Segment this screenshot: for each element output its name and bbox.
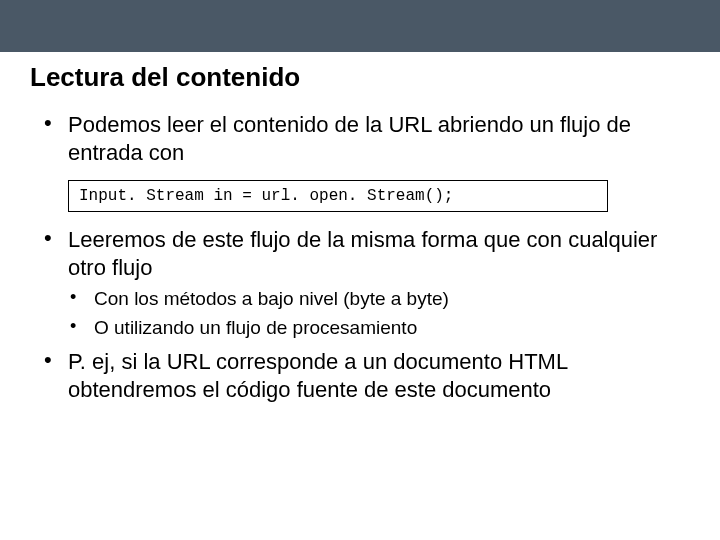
sub-bullet-list: Con los métodos a bajo nivel (byte a byt… [68,287,680,340]
slide-content: Podemos leer el contenido de la URL abri… [0,93,720,403]
bullet-list: Leeremos de este flujo de la misma forma… [40,226,680,403]
bullet-item: Podemos leer el contenido de la URL abri… [40,111,680,166]
bullet-item: P. ej, si la URL corresponde a un docume… [40,348,680,403]
bullet-item: Leeremos de este flujo de la misma forma… [40,226,680,340]
sub-bullet-item: Con los métodos a bajo nivel (byte a byt… [68,287,680,312]
code-block: Input. Stream in = url. open. Stream(); [68,180,608,212]
slide-top-bar [0,0,720,52]
sub-bullet-text: Con los métodos a bajo nivel (byte a byt… [94,288,449,309]
sub-bullet-text: O utilizando un flujo de procesamiento [94,317,417,338]
slide-title: Lectura del contenido [0,52,720,93]
sub-bullet-item: O utilizando un flujo de procesamiento [68,316,680,341]
bullet-text: Podemos leer el contenido de la URL abri… [68,112,631,165]
bullet-list: Podemos leer el contenido de la URL abri… [40,111,680,166]
bullet-text: Leeremos de este flujo de la misma forma… [68,227,657,280]
bullet-text: P. ej, si la URL corresponde a un docume… [68,349,567,402]
